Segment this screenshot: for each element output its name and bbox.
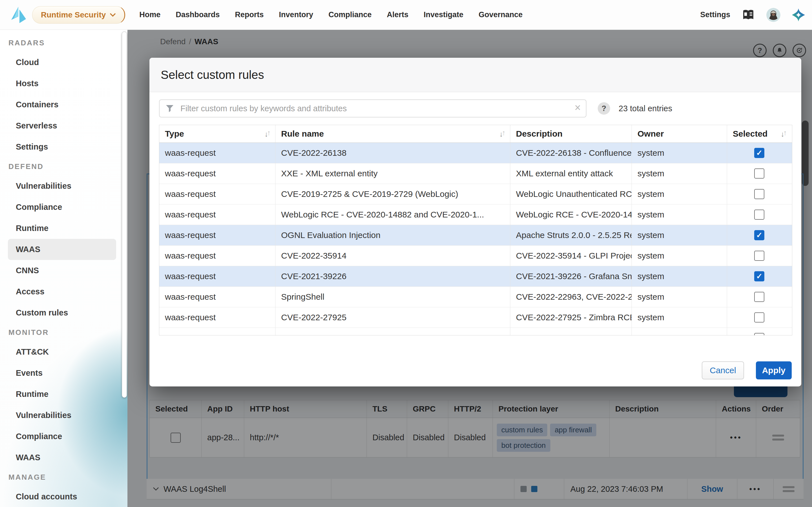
nav-item[interactable]: Reports — [235, 10, 264, 19]
sidebar: RADARS Cloud Hosts Containers Serverless… — [0, 30, 128, 507]
nav-item[interactable]: Inventory — [279, 10, 313, 19]
column-label: Owner — [638, 129, 664, 138]
main-nav-items: Home Dashboards Reports Inventory Compli… — [139, 10, 522, 19]
filter-input[interactable] — [159, 100, 587, 117]
cancel-button[interactable]: Cancel — [702, 361, 744, 379]
selected-cell — [727, 143, 792, 163]
nav-item[interactable]: Alerts — [387, 10, 409, 19]
sidebar-item[interactable]: Custom rules — [8, 302, 116, 323]
nav-right-group: Settings — [700, 8, 805, 22]
nav-item[interactable]: Investigate — [423, 10, 463, 19]
custom-rules-table: Type ↓↑ Rule name ↓↑ Description Owner S… — [159, 125, 792, 335]
sidebar-item[interactable]: Cloud — [8, 52, 116, 73]
sidebar-item[interactable]: Settings — [8, 136, 116, 158]
description-cell: CVE-2021-39226 - Grafana Snapshot authen… — [510, 266, 632, 286]
sidebar-item[interactable]: ATT&CK — [8, 341, 116, 362]
rule-name-cell: CVE-2021-39226 — [275, 266, 510, 286]
sidebar-item-label: WAAS — [16, 453, 40, 462]
sidebar-item[interactable]: Runtime — [8, 218, 116, 239]
sidebar-item[interactable]: Cloud accounts — [8, 486, 116, 507]
nav-item[interactable]: Compliance — [328, 10, 371, 19]
sort-icon[interactable]: ↓↑ — [781, 129, 787, 138]
sidebar-item[interactable]: Access — [8, 281, 116, 302]
owner-cell: system — [632, 266, 727, 286]
column-header-description[interactable]: Description — [510, 125, 632, 143]
table-row: waas-request CVE-2021-39226 CVE-2021-392… — [159, 266, 792, 287]
column-header-owner[interactable]: Owner — [632, 125, 727, 143]
owner-cell — [632, 328, 727, 335]
sidebar-item[interactable]: Vulnerabilities — [8, 175, 116, 196]
select-checkbox[interactable] — [754, 168, 764, 179]
sidebar-item[interactable]: RADARS — [0, 34, 128, 52]
sidebar-item[interactable]: Events — [8, 362, 116, 384]
select-checkbox[interactable] — [754, 271, 764, 281]
sidebar-item[interactable]: Serverless — [8, 115, 116, 136]
sidebar-item[interactable]: Containers — [8, 94, 116, 115]
owner-cell: system — [632, 163, 727, 184]
prisma-cloud-star-icon[interactable] — [792, 8, 805, 22]
column-header-type[interactable]: Type ↓↑ — [159, 125, 275, 143]
docs-book-icon[interactable] — [742, 8, 755, 22]
sidebar-scrollbar[interactable] — [122, 32, 127, 398]
user-avatar[interactable] — [766, 8, 780, 22]
type-cell — [159, 328, 275, 335]
custom-rules-table-header: Type ↓↑ Rule name ↓↑ Description Owner S… — [159, 125, 792, 143]
column-label: Rule name — [281, 129, 324, 138]
prisma-logo-icon[interactable] — [11, 6, 27, 24]
type-cell: waas-request — [159, 245, 275, 266]
select-checkbox[interactable] — [754, 189, 764, 199]
sidebar-item[interactable]: Vulnerabilities — [8, 405, 116, 426]
sidebar-item[interactable]: Hosts — [8, 73, 116, 94]
selected-cell — [727, 225, 792, 245]
filter-help-icon[interactable]: ? — [598, 102, 610, 115]
chevron-down-icon — [110, 13, 116, 17]
sidebar-item[interactable]: CNNS — [8, 260, 116, 281]
column-header-rule-name[interactable]: Rule name ↓↑ — [275, 125, 510, 143]
filter-box: × — [159, 100, 587, 117]
rule-name-cell: WebLogic RCE - CVE-2020-14882 and CVE-20… — [275, 205, 510, 225]
nav-item[interactable]: Home — [139, 10, 160, 19]
column-header-selected[interactable]: Selected ↓↑ — [727, 125, 792, 143]
type-cell: waas-request — [159, 225, 275, 245]
select-checkbox[interactable] — [754, 292, 764, 302]
sidebar-item[interactable]: WAAS — [8, 239, 116, 260]
sidebar-item[interactable]: Compliance — [8, 426, 116, 447]
select-checkbox[interactable] — [754, 210, 764, 220]
column-label: Type — [165, 129, 184, 138]
selected-cell — [727, 245, 792, 266]
sidebar-item[interactable]: MONITOR — [0, 323, 128, 341]
sidebar-item[interactable]: Compliance — [8, 196, 116, 218]
sidebar-item-label: ATT&CK — [16, 347, 49, 356]
apply-button[interactable]: Apply — [756, 361, 792, 379]
sidebar-item[interactable]: DEFEND — [0, 158, 128, 175]
table-row: waas-request XXE - XML external entity X… — [159, 163, 792, 184]
table-row: waas-request CVE-2022-35914 CVE-2022-359… — [159, 245, 792, 266]
sidebar-item[interactable]: Runtime — [8, 384, 116, 405]
description-cell: WebLogic RCE - CVE-2020-14882 and CVE-20… — [510, 205, 632, 225]
top-nav: Runtime Security Home Dashboards Reports… — [0, 0, 812, 30]
product-switcher[interactable]: Runtime Security — [32, 6, 125, 24]
description-cell: CVE-2022-22963, CVE-2022-22965, CVE-2022… — [510, 287, 632, 307]
nav-item-settings[interactable]: Settings — [700, 10, 730, 19]
type-cell: waas-request — [159, 266, 275, 286]
select-checkbox[interactable] — [754, 148, 764, 158]
nav-item[interactable]: Dashboards — [175, 10, 220, 19]
custom-rules-table-body: waas-request CVE-2022-26138 CVE-2022-261… — [159, 143, 792, 328]
sidebar-item-label: RADARS — [8, 39, 45, 47]
sidebar-item[interactable]: WAAS — [8, 447, 116, 468]
select-checkbox[interactable] — [754, 251, 764, 261]
type-cell: waas-request — [159, 307, 275, 328]
select-checkbox[interactable] — [754, 230, 764, 240]
select-checkbox[interactable] — [754, 313, 764, 323]
description-cell: WebLogic Unauthenticated RCE- CVE-2019-2… — [510, 184, 632, 204]
rule-name-cell: XXE - XML external entity — [275, 163, 510, 184]
select-checkbox[interactable] — [754, 333, 764, 335]
sidebar-item[interactable]: MANAGE — [0, 468, 128, 486]
clear-filter-icon[interactable]: × — [574, 102, 581, 114]
sidebar-item-label: Compliance — [16, 432, 62, 441]
sort-icon[interactable]: ↓↑ — [264, 129, 271, 138]
sort-icon[interactable]: ↓↑ — [499, 129, 506, 138]
nav-item[interactable]: Governance — [479, 10, 523, 19]
sidebar-item-label: Access — [16, 287, 45, 296]
rule-name-cell: OGNL Evaluation Injection — [275, 225, 510, 245]
